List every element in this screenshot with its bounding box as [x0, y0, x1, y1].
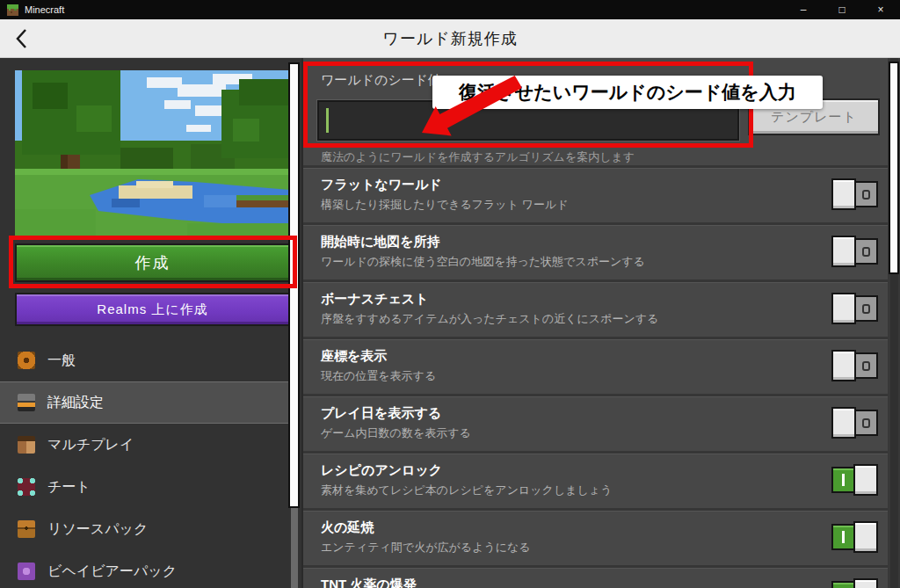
sidebar-item-label: 一般 — [47, 352, 76, 370]
settings-panel: ワールドのシード値 テンプレート 魔法のようにワールドを作成するアルゴリズムを案… — [303, 58, 888, 588]
setting-row: TNT 火薬の爆発 — [303, 568, 888, 588]
behavior-icon — [18, 563, 35, 580]
page-header: ワールド新規作成 — [0, 19, 900, 58]
toggle-off-symbol — [862, 304, 870, 314]
setting-row: 開始時に地図を所持ワールドの探検に使う空白の地図を持った状態でスポーンする — [303, 225, 888, 279]
toggle-track — [854, 295, 878, 322]
setting-row: 火の延焼エンティティ間で火が広がるようになる — [303, 511, 888, 565]
toggle-track — [854, 181, 878, 207]
setting-title: レシピのアンロック — [321, 462, 817, 478]
setting-description: 構築したり採掘したりできるフラット ワールド — [321, 198, 817, 211]
setting-description: ワールドの探検に使う空白の地図を持った状態でスポーンする — [321, 255, 817, 268]
toggle-off-icon[interactable] — [831, 236, 882, 267]
setting-title: 火の延焼 — [321, 519, 817, 535]
toggle-track — [831, 581, 855, 588]
create-on-realms-button[interactable]: Realms 上に作成 — [15, 293, 290, 326]
left-panel: 作成 Realms 上に作成 一般詳細設定マルチプレイチートリソースパックビヘイ… — [0, 58, 303, 588]
toggle-off-symbol — [862, 418, 870, 428]
toggle-off-symbol — [862, 190, 870, 200]
sidebar-item[interactable]: マルチプレイ — [0, 424, 288, 466]
toggle-knob — [831, 350, 856, 381]
setting-title: ボーナスチェスト — [321, 291, 817, 307]
toggle-off-icon[interactable] — [831, 350, 882, 381]
seed-section: ワールドのシード値 テンプレート 魔法のようにワールドを作成するアルゴリズムを案… — [303, 58, 888, 165]
toggle-knob — [853, 464, 878, 496]
titlebar: Minecraft – □ × — [0, 0, 900, 19]
setting-row: プレイ日を表示するゲーム内日数の数を表示する — [303, 396, 888, 451]
sidebar-item[interactable]: チート — [0, 466, 288, 508]
sidebar-item-label: ビヘイビアーパック — [47, 563, 177, 581]
world-preview-image — [15, 70, 290, 237]
minecraft-grass-icon — [7, 4, 18, 16]
toggle-knob — [831, 236, 856, 267]
toggle-off-icon[interactable] — [831, 293, 882, 324]
toggle-on-icon[interactable] — [831, 464, 882, 496]
page-title: ワールド新規作成 — [0, 19, 900, 58]
settings-rows: フラットなワールド構築したり採掘したりできるフラット ワールド開始時に地図を所持… — [303, 168, 888, 588]
sidebar-nav: 一般詳細設定マルチプレイチートリソースパックビヘイビアーパック — [0, 339, 288, 588]
setting-title: TNT 火薬の爆発 — [321, 577, 817, 588]
setting-description: 現在の位置を表示する — [321, 369, 817, 382]
command-block-icon — [18, 478, 35, 496]
toggle-knob — [831, 407, 856, 439]
seed-helper-text: 魔法のようにワールドを作成するアルゴリズムを案内します — [321, 149, 635, 165]
toggle-knob — [853, 521, 878, 553]
create-button[interactable]: 作成 — [15, 243, 290, 282]
toggle-track — [854, 238, 878, 265]
players-icon — [18, 436, 35, 454]
right-scrollbar-thumb[interactable] — [889, 62, 899, 274]
template-button[interactable]: テンプレート — [748, 98, 880, 135]
toggle-off-icon[interactable] — [831, 178, 882, 210]
minimize-button[interactable]: – — [784, 0, 823, 19]
left-scrollbar-thumb[interactable] — [288, 62, 300, 508]
toggle-off-symbol — [862, 361, 870, 371]
minecraft-window: Minecraft – □ × ワールド新規作成 — [0, 0, 900, 588]
toggle-track — [831, 467, 855, 493]
toggle-track — [831, 524, 855, 550]
setting-title: 開始時に地図を所持 — [321, 234, 817, 250]
setting-row: フラットなワールド構築したり採掘したりできるフラット ワールド — [303, 168, 888, 222]
close-button[interactable]: × — [861, 0, 900, 19]
toggle-on-icon[interactable] — [831, 521, 882, 553]
setting-row: レシピのアンロック素材を集めてレシピ本のレシピをアンロックしましょう — [303, 454, 888, 508]
sidebar-item[interactable]: 詳細設定 — [0, 381, 288, 424]
setting-description: 素材を集めてレシピ本のレシピをアンロックしましょう — [321, 483, 817, 497]
setting-description: ゲーム内日数の数を表示する — [321, 426, 817, 439]
toggle-on-icon[interactable] — [831, 578, 882, 588]
sidebar-item[interactable]: ビヘイビアーパック — [0, 550, 288, 588]
chest-icon — [18, 520, 35, 538]
toggle-track — [854, 352, 878, 379]
setting-row: ボーナスチェスト序盤をすすめるアイテムが入ったチェストの近くにスポーンする — [303, 282, 888, 337]
setting-row: 座標を表示現在の位置を表示する — [303, 339, 888, 394]
setting-description: エンティティ間で火が広がるようになる — [321, 541, 817, 554]
toggle-knob — [831, 178, 856, 210]
sidebar-item-label: リソースパック — [47, 520, 148, 539]
setting-title: 座標を表示 — [321, 348, 817, 364]
furnace-icon — [18, 394, 35, 411]
sidebar-item-label: チート — [47, 478, 91, 497]
toggle-on-symbol — [842, 474, 845, 486]
seed-input[interactable] — [317, 100, 739, 141]
sidebar-item-label: 詳細設定 — [47, 394, 104, 412]
left-scrollbar-track[interactable] — [291, 508, 298, 588]
toggle-track — [854, 410, 878, 436]
text-caret — [326, 108, 329, 133]
toggle-knob — [853, 578, 878, 588]
sidebar-item[interactable]: リソースパック — [0, 508, 288, 550]
gear-icon — [18, 352, 35, 369]
sidebar-item-label: マルチプレイ — [47, 436, 134, 454]
setting-title: プレイ日を表示する — [321, 405, 817, 421]
toggle-off-symbol — [862, 247, 870, 257]
toggle-knob — [831, 293, 856, 324]
toggle-off-icon[interactable] — [831, 407, 882, 439]
setting-title: フラットなワールド — [321, 177, 817, 192]
setting-description: 序盤をすすめるアイテムが入ったチェストの近くにスポーンする — [321, 312, 817, 325]
window-title: Minecraft — [25, 4, 64, 15]
sidebar-item[interactable]: 一般 — [0, 339, 288, 381]
seed-label: ワールドのシード値 — [321, 72, 441, 89]
toggle-on-symbol — [842, 531, 845, 543]
maximize-button[interactable]: □ — [823, 0, 861, 19]
